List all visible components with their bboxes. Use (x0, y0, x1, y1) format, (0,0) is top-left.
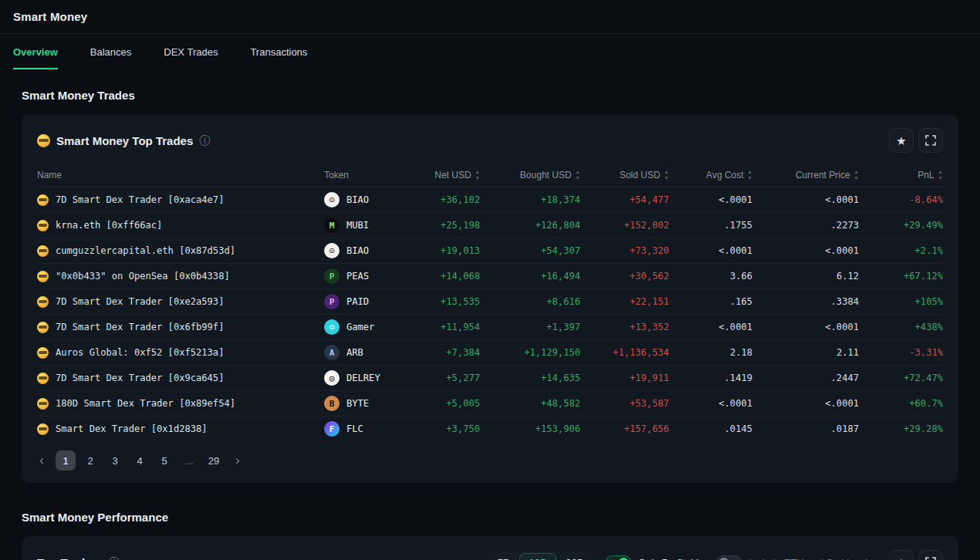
expand-button[interactable] (918, 128, 943, 153)
table-row[interactable]: krna.eth [0xff66ac] M MUBI +25,198 +126,… (37, 212, 943, 238)
page-button-29[interactable]: 29 (204, 450, 224, 471)
net-usd-value: +3,750 (386, 423, 480, 434)
token-symbol: MUBI (346, 220, 369, 231)
column-header-current-price[interactable]: Current Price▲▼ (752, 164, 859, 187)
token-icon: P (324, 268, 340, 284)
token-symbol: BYTE (346, 398, 369, 409)
column-header-sold-usd[interactable]: Sold USD▲▼ (580, 164, 669, 187)
tab-dex-trades[interactable]: DEX Trades (164, 34, 218, 69)
token-symbol: ARB (346, 347, 363, 358)
page-button-5[interactable]: 5 (154, 450, 174, 471)
token-icon: A (324, 345, 340, 360)
current-price-value: <.0001 (752, 322, 859, 332)
net-usd-value: +25,198 (386, 220, 480, 231)
page-button-3[interactable]: 3 (105, 450, 125, 471)
table-row[interactable]: "0x0b433" on OpenSea [0x0b4338] P PEAS +… (37, 263, 943, 288)
pnl-value: +29.28% (859, 423, 943, 434)
favorite-button[interactable]: ★ (889, 550, 914, 560)
table-row[interactable]: Auros Global: 0xf52 [0xf5213a] A ARB +7,… (37, 339, 943, 365)
column-header-net-usd[interactable]: Net USD▲▼ (386, 164, 480, 187)
sort-icon: ▲▼ (938, 170, 943, 181)
column-header-pnl[interactable]: PnL▲▼ (859, 164, 943, 187)
toggle-switch[interactable] (716, 555, 742, 560)
token-icon: M (324, 218, 340, 233)
trader-name: Auros Global: 0xf52 [0xf5213a] (56, 347, 224, 358)
bought-usd-value: +16,494 (480, 271, 580, 282)
expand-icon (925, 557, 936, 560)
trader-name: 7D Smart Dex Trader [0x6fb99f] (56, 322, 224, 332)
bought-usd-value: +126,804 (480, 220, 580, 231)
sold-usd-value: +53,587 (580, 398, 669, 409)
next-page-button[interactable]: › (228, 450, 247, 471)
net-usd-value: +11,954 (386, 322, 480, 332)
avg-cost-value: .165 (669, 296, 752, 307)
token-symbol: PAID (346, 296, 369, 307)
pnl-value: +72.47% (859, 373, 943, 383)
toggle-include-eth-and-stablecoins[interactable]: Include ETH and Stablecoins (716, 555, 878, 560)
nerd-face-emoji (37, 373, 49, 384)
toggle-only-profitable[interactable]: Only Profitable (606, 555, 704, 560)
pnl-value: -8.64% (859, 194, 943, 205)
net-usd-value: +14,068 (386, 271, 480, 282)
column-header-bought-usd[interactable]: Bought USD▲▼ (480, 164, 580, 187)
tab-overview[interactable]: Overview (13, 34, 58, 69)
toggle-switch[interactable] (606, 555, 631, 560)
app-header: Smart Money (0, 0, 980, 34)
tab-balances[interactable]: Balances (90, 34, 131, 69)
current-price-value: .2273 (752, 220, 859, 231)
net-usd-value: +36,102 (386, 194, 480, 205)
current-price-value: .0187 (752, 423, 859, 434)
favorite-button[interactable]: ★ (889, 128, 914, 153)
avg-cost-value: <.0001 (669, 194, 752, 205)
table-row[interactable]: 180D Smart Dex Trader [0x89ef54] B BYTE … (37, 390, 943, 416)
current-price-value: <.0001 (752, 398, 859, 409)
net-usd-value: +5,277 (386, 373, 480, 383)
table-row[interactable]: 7D Smart Dex Trader [0xe2a593] P PAID +1… (37, 288, 943, 314)
nerd-face-emoji (37, 423, 49, 435)
pnl-value: -3.31% (859, 347, 943, 358)
bought-usd-value: +48,582 (480, 398, 580, 409)
period-button-7d[interactable]: 7D (488, 553, 520, 560)
sold-usd-value: +13,352 (580, 322, 669, 332)
token-icon: ☺ (324, 243, 340, 258)
star-icon: ★ (896, 557, 906, 560)
current-price-value: 6.12 (752, 271, 859, 282)
period-selector: 7D30D90D (487, 552, 595, 560)
period-button-90d[interactable]: 90D (556, 553, 593, 560)
token-symbol: DELREY (346, 373, 380, 383)
token-icon: P (324, 294, 340, 309)
prev-page-button[interactable]: ‹ (32, 450, 51, 471)
current-price-value: .3384 (752, 296, 859, 307)
period-button-30d[interactable]: 30D (519, 553, 556, 560)
trader-name: 7D Smart Dex Trader [0xaca4e7] (56, 194, 224, 205)
nerd-face-emoji (37, 398, 49, 410)
table-row[interactable]: 7D Smart Dex Trader [0x6fb99f] ☺ Gamer +… (37, 314, 943, 339)
table-row[interactable]: cumguzzlercapital.eth [0x87d53d] ☺ BIAO … (37, 238, 943, 263)
table-row[interactable]: 7D Smart Dex Trader [0xaca4e7] ☺ BIAO +3… (37, 187, 943, 212)
token-icon: ☺ (324, 192, 340, 207)
column-header-avg-cost[interactable]: Avg Cost▲▼ (669, 164, 752, 187)
info-icon[interactable]: ⓘ (199, 135, 210, 146)
nerd-face-emoji (37, 245, 49, 257)
page-button-4[interactable]: 4 (130, 450, 150, 471)
trader-name: 7D Smart Dex Trader [0x9ca645] (56, 373, 224, 383)
expand-button[interactable] (918, 550, 943, 560)
info-icon[interactable]: ⓘ (109, 557, 120, 560)
table-row[interactable]: Smart Dex Trader [0x1d2838] F FLC +3,750… (37, 416, 943, 441)
avg-cost-value: .1419 (669, 373, 752, 383)
avg-cost-value: <.0001 (669, 398, 752, 409)
sold-usd-value: +54,477 (580, 194, 669, 205)
page-button-1[interactable]: 1 (56, 450, 76, 471)
bought-usd-value: +1,129,150 (480, 347, 580, 358)
table-row[interactable]: 7D Smart Dex Trader [0x9ca645] ◎ DELREY … (37, 365, 943, 390)
toggle-label: Only Profitable (638, 557, 704, 560)
column-header-name: Name (37, 164, 324, 187)
avg-cost-value: .1755 (669, 220, 752, 231)
token-symbol: FLC (346, 423, 363, 434)
avg-cost-value: <.0001 (669, 245, 752, 256)
tab-transactions[interactable]: Transactions (250, 34, 307, 69)
card-title: Smart Money Top Trades (56, 134, 193, 147)
page-button-2[interactable]: 2 (80, 450, 100, 471)
pagination: ‹12345...29› (22, 441, 958, 483)
trader-name: "0x0b433" on OpenSea [0x0b4338] (56, 271, 230, 282)
